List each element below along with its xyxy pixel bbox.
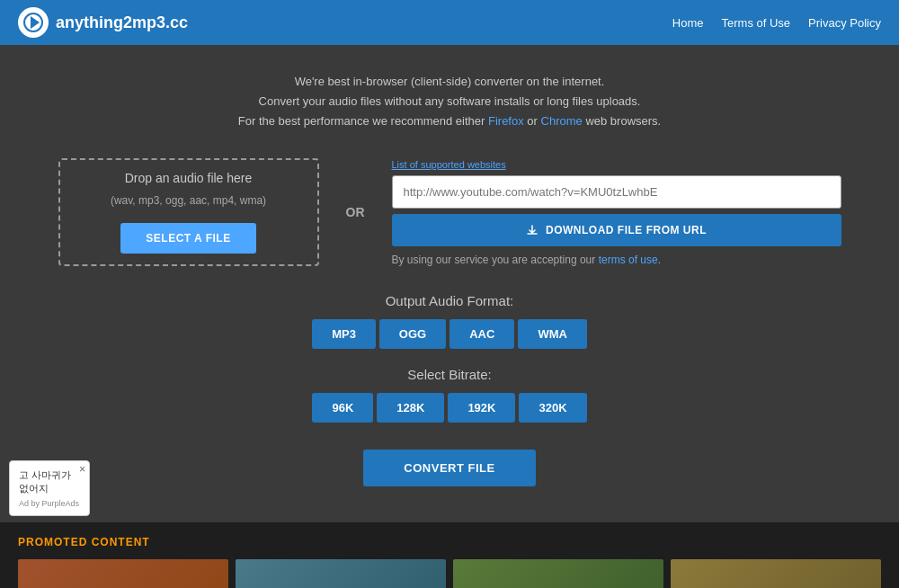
drop-zone[interactable]: Drop an audio file here (wav, mp3, ogg, … <box>58 158 319 266</box>
promo-item-3[interactable] <box>453 559 663 588</box>
logo: anything2mp3.cc <box>18 7 188 38</box>
terms-link[interactable]: terms of use <box>599 254 658 266</box>
firefox-link[interactable]: Firefox <box>488 114 524 128</box>
bitrate-title: Select Bitrate: <box>18 367 881 382</box>
promo-item-4[interactable] <box>671 559 881 588</box>
download-icon <box>526 224 539 236</box>
bitrate-128k-button[interactable]: 128K <box>377 393 444 423</box>
promo-grid <box>18 559 881 588</box>
nav-privacy[interactable]: Privacy Policy <box>808 16 881 30</box>
nav-links: Home Terms of Use Privacy Policy <box>672 16 881 30</box>
or-divider: OR <box>346 205 365 219</box>
supported-sites-label[interactable]: List of supported websites <box>392 159 506 170</box>
promoted-section: PROMOTED CONTENT <box>0 522 899 588</box>
promo-item-2[interactable] <box>236 559 446 588</box>
ad-overlay: × 고 사마귀가 없어지 Ad by PurpleAds <box>9 460 90 516</box>
select-file-button[interactable]: SELECT A FILE <box>120 223 255 254</box>
format-wma-button[interactable]: WMA <box>518 319 587 349</box>
bitrate-320k-button[interactable]: 320K <box>519 393 586 423</box>
logo-text: anything2mp3.cc <box>56 13 188 32</box>
promo-item-1[interactable] <box>18 559 228 588</box>
format-ogg-button[interactable]: OGG <box>379 319 446 349</box>
url-section: List of supported websites DOWNLOAD FILE… <box>392 159 841 266</box>
tagline-or: or <box>524 114 541 128</box>
logo-icon <box>18 7 49 38</box>
bitrate-96k-button[interactable]: 96K <box>312 393 373 423</box>
svg-marker-0 <box>31 16 40 29</box>
ad-close-button[interactable]: × <box>79 463 85 476</box>
bitrate-btn-group: 96K 128K 192K 320K <box>18 393 881 423</box>
tagline-suffix: web browsers. <box>583 114 661 128</box>
main-section: We're best in-browser (client-side) conv… <box>0 45 899 522</box>
bitrate-192k-button[interactable]: 192K <box>448 393 515 423</box>
nav-terms[interactable]: Terms of Use <box>722 16 791 30</box>
url-input[interactable] <box>392 175 841 209</box>
format-aac-button[interactable]: AAC <box>450 319 514 349</box>
nav-home[interactable]: Home <box>672 16 704 30</box>
tagline-line3-prefix: For the best performance we recommend ei… <box>238 114 488 128</box>
format-mp3-button[interactable]: MP3 <box>312 319 376 349</box>
ad-text: 고 사마귀가 없어지 <box>19 468 80 495</box>
ad-branding: Ad by PurpleAds <box>19 499 80 508</box>
chrome-link[interactable]: Chrome <box>541 114 583 128</box>
terms-prefix: By using our service you are accepting o… <box>392 254 599 266</box>
output-format-title: Output Audio Format: <box>18 293 881 308</box>
tagline-line2: Convert your audio files without any sof… <box>259 94 641 108</box>
tagline: We're best in-browser (client-side) conv… <box>18 72 881 131</box>
format-btn-group: MP3 OGG AAC WMA <box>18 319 881 349</box>
download-from-url-button[interactable]: DOWNLOAD FILE FROM URL <box>392 214 841 246</box>
promoted-title: PROMOTED CONTENT <box>18 536 881 548</box>
drop-zone-formats: (wav, mp3, ogg, aac, mp4, wma) <box>111 194 266 207</box>
terms-note: By using our service you are accepting o… <box>392 254 662 266</box>
drop-zone-title: Drop an audio file here <box>125 171 253 185</box>
convert-file-button[interactable]: CONVERT FILE <box>363 450 535 486</box>
converter-area: Drop an audio file here (wav, mp3, ogg, … <box>18 158 881 266</box>
format-section: Output Audio Format: MP3 OGG AAC WMA <box>18 293 881 349</box>
header: anything2mp3.cc Home Terms of Use Privac… <box>0 0 899 45</box>
bitrate-section: Select Bitrate: 96K 128K 192K 320K <box>18 367 881 423</box>
tagline-line1: We're best in-browser (client-side) conv… <box>295 75 605 88</box>
terms-suffix: . <box>658 254 661 266</box>
